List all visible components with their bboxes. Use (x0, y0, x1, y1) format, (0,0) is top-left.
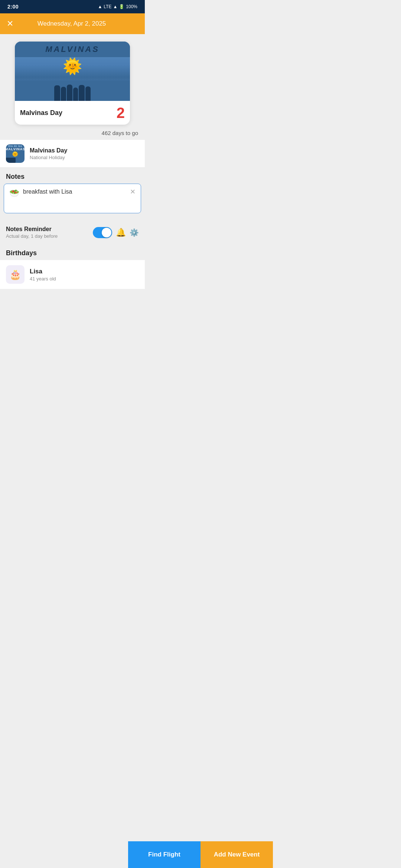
notes-box[interactable]: 🥗 breakfast with Lisa ✕ (4, 184, 141, 213)
hero-banner: MALVINAS (15, 42, 130, 57)
silhouette-1 (54, 85, 60, 101)
hero-banner-text: MALVINAS (45, 45, 100, 54)
header-title: Wednesday, Apr 2, 2025 (18, 20, 125, 27)
hero-image: MALVINAS 🌞 (15, 42, 130, 101)
hero-day-number: 2 (117, 105, 125, 120)
battery-icon: 🔋 (119, 4, 124, 9)
reminder-subtitle: Actual day, 1 day before (6, 233, 93, 239)
lte-label: LTE (104, 4, 111, 9)
reminder-controls: 🔔 ⚙️ (93, 227, 139, 238)
signal-icon: ▲ (113, 4, 117, 9)
silhouette-5 (79, 85, 85, 101)
notes-section-label: Notes (0, 168, 145, 184)
header: ✕ Wednesday, Apr 2, 2025 (0, 13, 145, 34)
battery-label: 100% (126, 4, 137, 9)
hero-event-name: Malvinas Day (20, 109, 62, 117)
reminder-toggle[interactable] (93, 227, 112, 238)
reminder-title: Notes Reminder (6, 226, 93, 233)
event-info: Malvinas Day National Holiday (30, 147, 67, 160)
bell-icon[interactable]: 🔔 (116, 228, 126, 237)
status-bar: 2:00 ▲ LTE ▲ 🔋 100% (0, 0, 145, 13)
settings-icon[interactable]: ⚙️ (130, 228, 139, 237)
status-time: 2:00 (7, 4, 19, 10)
birthday-name: Lisa (30, 268, 56, 275)
note-text[interactable]: breakfast with Lisa (23, 188, 126, 195)
note-food-icon: 🥗 (9, 188, 19, 198)
days-to-go: 462 days to go (0, 128, 145, 140)
silhouette-4 (73, 88, 78, 101)
birthday-cake-icon: 🎂 (9, 269, 21, 280)
birthday-info: Lisa 41 years old (30, 268, 56, 282)
silhouette-3 (67, 85, 72, 101)
hero-card[interactable]: MALVINAS 🌞 Malvinas Day 2 (15, 42, 130, 125)
birthday-icon: 🎂 (6, 265, 25, 284)
event-row[interactable]: Día de las MALVINAS 🌞 Malvinas Day Natio… (0, 140, 145, 168)
birthday-row[interactable]: 🎂 Lisa 41 years old (0, 260, 145, 289)
close-button[interactable]: ✕ (7, 20, 13, 28)
reminder-text: Notes Reminder Actual day, 1 day before (6, 226, 93, 239)
event-icon-text: Día de las MALVINAS 🌞 (6, 145, 25, 163)
silhouette-2 (61, 87, 66, 101)
note-close-button[interactable]: ✕ (130, 188, 136, 196)
hero-silhouettes (15, 80, 130, 101)
reminder-row: Notes Reminder Actual day, 1 day before … (0, 221, 145, 244)
hero-sun-icon: 🌞 (63, 59, 82, 74)
wifi-icon: ▲ (98, 4, 102, 9)
hero-card-wrapper: MALVINAS 🌞 Malvinas Day 2 (0, 34, 145, 128)
birthdays-section-label: Birthdays (0, 244, 145, 260)
main-content: MALVINAS 🌞 Malvinas Day 2 (0, 34, 145, 322)
toggle-knob (102, 228, 111, 237)
event-subtitle: National Holiday (30, 155, 67, 160)
event-icon: Día de las MALVINAS 🌞 (6, 144, 25, 163)
hero-card-footer: Malvinas Day 2 (15, 101, 130, 125)
event-title: Malvinas Day (30, 147, 67, 154)
birthday-age: 41 years old (30, 276, 56, 282)
status-icons: ▲ LTE ▲ 🔋 100% (98, 4, 137, 9)
silhouette-group (54, 82, 91, 101)
silhouette-6 (85, 86, 91, 101)
